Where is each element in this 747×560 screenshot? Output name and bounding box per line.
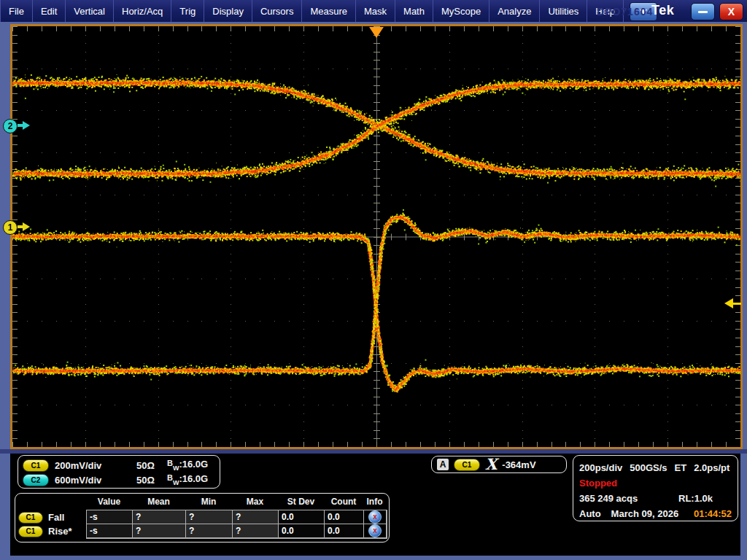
- measurement-info-cell: x: [364, 510, 387, 524]
- acquisition-count-row: 365 249 acqs RL:1.0k: [579, 491, 732, 506]
- menu-item-edit[interactable]: Edit: [33, 0, 66, 22]
- measurement-info-cell: x: [364, 524, 387, 538]
- delete-measurement-icon[interactable]: x: [368, 510, 382, 524]
- menu-item-myscope[interactable]: MyScope: [433, 0, 489, 22]
- menu-item-math[interactable]: Math: [395, 0, 433, 22]
- measurement-stdev: 0.0: [279, 510, 325, 524]
- resolution-value: 2.0ps/pt: [694, 462, 729, 473]
- measurement-min: ?: [186, 524, 233, 538]
- channel-termination: 50Ω: [136, 475, 167, 486]
- measurement-mean: ?: [133, 510, 186, 524]
- menu-item-analyze[interactable]: Analyze: [489, 0, 540, 22]
- measurement-mean: ?: [133, 524, 186, 538]
- measurement-max: ?: [233, 510, 279, 524]
- minimize-button[interactable]: [691, 3, 715, 20]
- measurement-min: ?: [186, 510, 233, 524]
- acquisition-state-row: Stopped: [579, 475, 732, 491]
- measurement-max: ?: [233, 524, 279, 538]
- channel-2-marker[interactable]: 2: [3, 119, 18, 133]
- measurement-source-pill: C1: [18, 512, 43, 524]
- menu-item-vertical[interactable]: Vertical: [66, 0, 114, 22]
- measurement-header-min: Min: [185, 497, 232, 508]
- vertical-readout[interactable]: C1200mV/div50ΩBW:16.0GC2600mV/div50ΩBW:1…: [18, 455, 220, 489]
- measurement-name: Fall: [48, 512, 64, 523]
- horizontal-acquisition-readout[interactable]: 200ps/div 500GS/s ET 2.0ps/pt Stopped 36…: [573, 455, 738, 521]
- sample-rate-value: 500GS/s: [630, 462, 667, 473]
- measurement-header-max: Max: [232, 497, 278, 508]
- menu-item-file[interactable]: File: [0, 0, 33, 22]
- trigger-slope-icon: X: [485, 458, 497, 471]
- measurement-name: Rise*: [48, 526, 72, 537]
- menu-bar: FileEditVerticalHoriz/AcqTrigDisplayCurs…: [0, 0, 747, 22]
- menu-item-cursors[interactable]: Cursors: [252, 0, 303, 22]
- trigger-position-marker[interactable]: [369, 27, 384, 38]
- trigger-readout[interactable]: A C1 X -364mV: [431, 456, 567, 473]
- trigger-level-value: -364mV: [502, 459, 535, 470]
- channel-bandwidth: BW:16.0G: [167, 459, 208, 472]
- timebase-value: 200ps/div: [579, 462, 622, 473]
- menu-item-utilities[interactable]: Utilities: [540, 0, 587, 22]
- menu-item-trig[interactable]: Trig: [171, 0, 204, 22]
- trigger-bus-badge: A: [437, 459, 449, 470]
- trigger-level-marker-tail: [732, 303, 741, 305]
- channel-termination: 50Ω: [136, 460, 167, 471]
- measurement-header-count: Count: [324, 497, 363, 508]
- acquisition-state: Stopped: [579, 478, 617, 489]
- channel-1-marker-arrow: [23, 222, 30, 231]
- measurement-header-st-dev: St Dev: [278, 497, 324, 508]
- trigger-mode: Auto: [579, 508, 601, 519]
- measurement-count: 0.0: [325, 524, 364, 538]
- channel-scale: 600mV/div: [55, 475, 136, 486]
- channel-1-marker[interactable]: 1: [3, 220, 18, 235]
- menu-item-display[interactable]: Display: [204, 0, 252, 22]
- delete-measurement-icon[interactable]: x: [368, 524, 382, 537]
- minimize-icon: [698, 11, 708, 13]
- channel-readout-c1: C1200mV/div50ΩBW:16.0G: [23, 458, 220, 472]
- channel-pill: C2: [23, 474, 49, 486]
- datetime-row: Auto March 09, 2026 01:44:52: [579, 506, 732, 521]
- menu-items: FileEditVerticalHoriz/AcqTrigDisplayCurs…: [0, 0, 624, 22]
- readout-panel: C1200mV/div50ΩBW:16.0GC2600mV/div50ΩBW:1…: [10, 454, 740, 556]
- oscilloscope-screen: FileEditVerticalHoriz/AcqTrigDisplayCurs…: [0, 0, 747, 560]
- channel-pill: C1: [23, 459, 49, 472]
- waveform-display[interactable]: 12: [10, 24, 743, 449]
- timebase-row: 200ps/div 500GS/s ET 2.0ps/pt: [579, 460, 732, 475]
- measurement-stdev: 0.0: [279, 524, 325, 538]
- channel-scale: 200mV/div: [55, 460, 136, 471]
- channel-2-marker-arrow: [23, 121, 30, 130]
- model-number: DPO71604: [597, 6, 653, 18]
- measurement-count: 0.0: [325, 510, 364, 524]
- menu-item-measure[interactable]: Measure: [302, 0, 356, 22]
- date-text: March 09, 2026: [611, 508, 679, 519]
- acquisition-count: 365 249 acqs: [579, 493, 638, 504]
- close-button[interactable]: X: [719, 3, 743, 20]
- measurement-label-rise: C1Rise*: [18, 524, 72, 538]
- acquisition-mode: ET: [675, 462, 687, 473]
- menu-item-horiz-acq[interactable]: Horiz/Acq: [114, 0, 171, 22]
- channel-readout-c2: C2600mV/div50ΩBW:16.0G: [23, 472, 220, 487]
- waveform-canvas[interactable]: [12, 26, 740, 447]
- measurement-table[interactable]: ValueMeanMinMaxSt DevCountInfo-s???0.00.…: [15, 493, 390, 542]
- measurement-label-fall: C1Fall: [18, 510, 64, 524]
- measurement-header-info: Info: [363, 497, 386, 508]
- trigger-source-pill: C1: [454, 459, 480, 471]
- measurement-source-pill: C1: [18, 526, 43, 537]
- record-length: RL:1.0k: [678, 493, 713, 504]
- measurement-header-mean: Mean: [132, 497, 185, 508]
- close-icon: X: [728, 6, 735, 18]
- measurement-value: -s: [87, 510, 133, 524]
- tek-logo: Tek: [651, 3, 674, 18]
- measurement-grid: -s???0.00.0x-s???0.00.0x: [86, 510, 387, 539]
- channel-bandwidth: BW:16.0G: [167, 473, 208, 486]
- time-text: 01:44:52: [694, 508, 732, 519]
- measurement-value: -s: [87, 524, 133, 538]
- menu-item-mask[interactable]: Mask: [356, 0, 395, 22]
- measurement-header-value: Value: [86, 497, 132, 508]
